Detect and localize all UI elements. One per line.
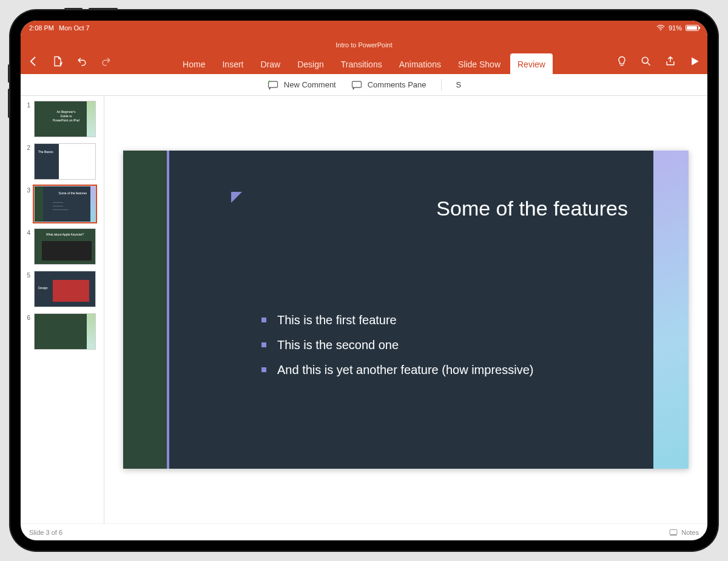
slide-thumbnails[interactable]: 1 An Beginner's Guide to PowerPoint on i… xyxy=(21,96,104,523)
thumb-title: An Beginner's Guide to PowerPoint on iPa… xyxy=(53,110,79,123)
thumb-number: 5 xyxy=(24,271,30,279)
tab-design[interactable]: Design xyxy=(290,53,331,74)
slide-bullet[interactable]: This is the second one xyxy=(261,338,533,352)
share-icon[interactable] xyxy=(664,55,677,68)
thumb-row[interactable]: 4 What about Apple Keynote? xyxy=(24,228,101,265)
status-date: Mon Oct 7 xyxy=(59,24,90,32)
search-icon[interactable] xyxy=(639,55,653,68)
play-icon[interactable] xyxy=(688,55,701,68)
tab-slideshow[interactable]: Slide Show xyxy=(451,53,508,74)
document-title: Intro to PowerPoint xyxy=(335,41,393,49)
bullet-text: And this is yet another feature (how imp… xyxy=(277,363,533,377)
thumb-row[interactable]: 2 The Basics xyxy=(24,143,101,180)
slide-title[interactable]: Some of the features xyxy=(436,197,628,220)
svg-rect-4 xyxy=(670,529,677,534)
undo-icon[interactable] xyxy=(75,55,89,68)
slide-thumb-3[interactable]: Some of the features ───────────────────… xyxy=(34,186,96,222)
slide-thumb-1[interactable]: An Beginner's Guide to PowerPoint on iPa… xyxy=(34,101,96,137)
ipad-top-button xyxy=(89,8,118,10)
thumb-number: 4 xyxy=(24,228,30,236)
review-ribbon: New Comment Comments Pane S xyxy=(21,74,707,96)
slide-bullet[interactable]: This is the first feature xyxy=(261,313,533,327)
thumb-row[interactable]: 6 xyxy=(24,313,101,350)
thumb-row[interactable]: 5 Design xyxy=(24,271,101,307)
ipad-frame: 2:08 PM Mon Oct 7 91% Intro to PowerPoin… xyxy=(10,10,718,551)
thumb-title: Design xyxy=(38,286,48,290)
ribbon-s-label: S xyxy=(456,80,462,89)
slide-canvas[interactable]: Some of the features This is the first f… xyxy=(104,96,707,523)
status-battery-pct: 91% xyxy=(669,24,682,32)
notes-button[interactable]: Notes xyxy=(669,529,699,536)
current-slide[interactable]: Some of the features This is the first f… xyxy=(123,151,689,469)
thumb-number: 2 xyxy=(24,143,30,151)
wifi-icon xyxy=(656,25,665,31)
lightbulb-icon[interactable] xyxy=(615,55,629,68)
slide-corner-icon xyxy=(231,192,242,203)
slide-bullet[interactable]: And this is yet another feature (how imp… xyxy=(261,363,533,377)
ipad-side-button xyxy=(8,89,10,118)
notes-icon xyxy=(669,529,678,536)
comment-plus-icon xyxy=(267,80,279,90)
ribbon-s-button[interactable]: S xyxy=(456,80,462,89)
slide-thumb-2[interactable]: The Basics xyxy=(34,143,96,180)
slide-left-decoration xyxy=(123,151,167,469)
thumb-number: 1 xyxy=(24,101,30,109)
status-footer: Slide 3 of 6 Notes xyxy=(21,523,707,540)
bullet-text: This is the second one xyxy=(277,338,399,352)
svg-point-1 xyxy=(642,57,648,63)
file-icon[interactable] xyxy=(51,55,64,68)
notes-label: Notes xyxy=(681,529,699,536)
tab-draw[interactable]: Draw xyxy=(253,53,288,74)
back-icon[interactable] xyxy=(27,55,40,68)
slide-thumb-5[interactable]: Design xyxy=(34,271,96,307)
main-area: 1 An Beginner's Guide to PowerPoint on i… xyxy=(21,96,707,523)
slide-leftborder-decoration xyxy=(167,151,169,469)
ribbon-separator xyxy=(441,79,442,91)
ribbon-tabs: Home Insert Draw Design Transitions Anim… xyxy=(136,49,592,74)
title-bar: Intro to PowerPoint Home Insert Draw Des… xyxy=(21,35,707,74)
thumb-number: 3 xyxy=(24,186,30,194)
tab-home[interactable]: Home xyxy=(175,53,212,74)
status-bar: 2:08 PM Mon Oct 7 91% xyxy=(21,21,707,35)
comment-icon xyxy=(351,80,363,90)
comments-pane-button[interactable]: Comments Pane xyxy=(351,80,426,90)
slide-thumb-4[interactable]: What about Apple Keynote? xyxy=(34,228,96,265)
thumb-title: What about Apple Keynote? xyxy=(35,233,95,236)
thumb-row[interactable]: 3 Some of the features ─────────────────… xyxy=(24,186,101,222)
ipad-side-button xyxy=(8,64,10,83)
thumb-title: The Basics xyxy=(38,150,53,154)
svg-rect-3 xyxy=(352,81,361,87)
tab-animations[interactable]: Animations xyxy=(392,53,448,74)
screen: 2:08 PM Mon Oct 7 91% Intro to PowerPoin… xyxy=(21,21,707,540)
thumb-row[interactable]: 1 An Beginner's Guide to PowerPoint on i… xyxy=(24,101,101,137)
comments-pane-label: Comments Pane xyxy=(368,80,426,89)
status-time: 2:08 PM xyxy=(29,24,54,32)
bullet-text: This is the first feature xyxy=(277,313,397,327)
tab-insert[interactable]: Insert xyxy=(215,53,251,74)
battery-icon xyxy=(686,25,699,31)
svg-point-0 xyxy=(660,30,661,31)
tab-review[interactable]: Review xyxy=(510,53,553,74)
slide-thumb-6[interactable] xyxy=(34,313,96,350)
thumb-number: 6 xyxy=(24,313,30,321)
slide-right-decoration xyxy=(653,151,689,469)
thumb-title: Some of the features xyxy=(59,191,87,195)
new-comment-label: New Comment xyxy=(284,80,336,89)
redo-icon[interactable] xyxy=(99,55,113,68)
tab-transitions[interactable]: Transitions xyxy=(334,53,389,74)
slide-bullets[interactable]: This is the first feature This is the se… xyxy=(261,313,533,388)
ipad-top-button xyxy=(64,8,83,10)
slide-position-label: Slide 3 of 6 xyxy=(29,529,62,536)
new-comment-button[interactable]: New Comment xyxy=(267,80,336,90)
